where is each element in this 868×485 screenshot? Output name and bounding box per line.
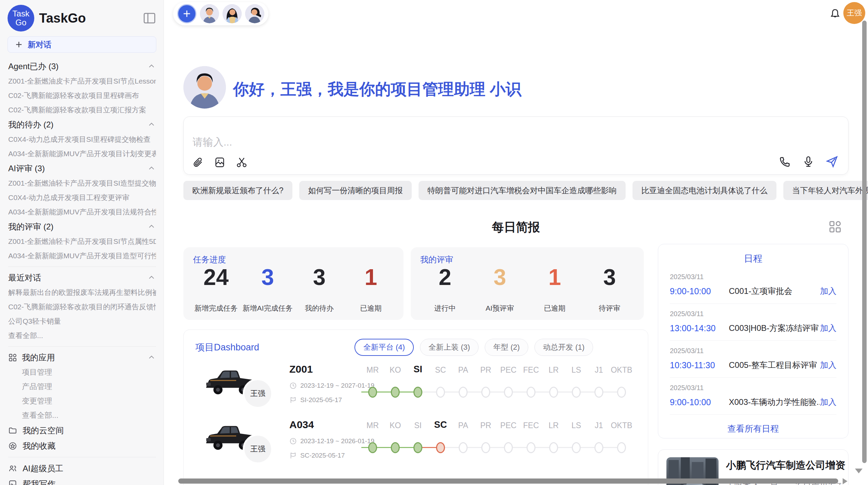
task-progress-card-title: 任务进度: [193, 254, 226, 265]
chat-input-card[interactable]: 请输入...: [183, 116, 848, 175]
dashboard-tab-2[interactable]: 全新上装 (3): [420, 339, 479, 356]
milestone-dot: [617, 442, 626, 453]
task-progress-card: 任务进度 24新增完成任务3新增AI完成任务3我的待办1已逾期: [183, 247, 403, 320]
sidebar-section-2-label: AI评审 (3): [8, 163, 147, 174]
chevron-up-icon[interactable]: [147, 222, 156, 231]
phone-icon[interactable]: [779, 156, 791, 168]
agent-avatar-2[interactable]: [222, 4, 242, 23]
event-name: C005-整车工程目标评审: [729, 360, 820, 371]
scissors-icon[interactable]: [236, 157, 248, 168]
send-icon[interactable]: [825, 155, 839, 168]
scroll-down-arrow[interactable]: [855, 469, 863, 473]
stat-新增AI完成任务: 3新增AI完成任务: [242, 265, 294, 314]
app-logo-line2: Go: [15, 18, 26, 27]
new-chat-button[interactable]: 新对话: [8, 36, 156, 53]
sidebar-task-item[interactable]: C0X4-动力总成开发项目工程变更评审: [8, 190, 156, 205]
sidebar-item-ai-staff[interactable]: AI超级员工: [8, 461, 156, 476]
notifications-bell-icon[interactable]: [829, 8, 841, 20]
greeting-text: 你好，王强，我是你的项目管理助理 小识: [233, 79, 521, 100]
sidebar-item-help-write[interactable]: 帮我写作: [8, 476, 156, 485]
recent-chat-item[interactable]: 解释最新出台的欧盟报废车法规再生塑料比例被调至15%...: [8, 285, 156, 300]
app-menu-item[interactable]: 查看全部...: [8, 408, 156, 423]
sidebar-section-0: Agent已办 (3): [8, 59, 156, 74]
recent-chat-item[interactable]: 公司Q3轻卡销量: [8, 314, 156, 328]
sidebar-task-item[interactable]: A034-全新新能源MUV产品开发项目计划变更表编写: [8, 147, 156, 161]
suggestion-chip-3[interactable]: 特朗普可能对进口汽车增税会对中国车企造成哪些影响: [419, 181, 626, 200]
sidebar-item-cloud-space[interactable]: 我的云空间: [8, 423, 156, 438]
stat-value: 3: [313, 265, 326, 289]
milestone-LS: LS: [565, 363, 588, 404]
event-join-link[interactable]: 加入: [820, 360, 836, 371]
dashboard-tab-1[interactable]: 全新平台 (4): [354, 339, 414, 356]
milestone-label: PA: [452, 421, 474, 430]
user-avatar[interactable]: 王强: [843, 2, 865, 24]
my-review-card: 我的评审 2进行中3AI预评审1已逾期3待评审: [411, 247, 644, 320]
vertical-scrollbar[interactable]: [862, 21, 867, 463]
stat-已逾期: 1已逾期: [345, 265, 397, 314]
milestone-label: MR: [361, 421, 384, 430]
app-menu-item[interactable]: 产品管理: [8, 380, 156, 394]
milestone-dot: [481, 442, 490, 453]
dashboard-tab-3[interactable]: 年型 (2): [485, 339, 528, 356]
event-date: 2025/03/11: [670, 273, 836, 281]
sidebar-section-my-apps: 我的应用: [8, 350, 156, 365]
suggestion-chip-1[interactable]: 欧洲新规最近颁布了什么?: [183, 181, 292, 200]
project-flag-milestone: SI-2025-05-17: [289, 396, 342, 404]
milestone-PR: PR: [474, 418, 497, 459]
agent-avatar-3[interactable]: [245, 4, 264, 23]
dashboard-tab-4[interactable]: 动总开发 (1): [534, 339, 593, 356]
dashboard-header: 项目Dashboard 全新平台 (4)全新上装 (3)年型 (2)动总开发 (…: [184, 330, 648, 359]
sidebar-task-item[interactable]: C02-飞腾新能源轻客改款项目立项汇报方案: [8, 103, 156, 117]
sidebar-task-item[interactable]: Z001-全新燃油皮卡产品开发项目SI节点Lesson Learn报告: [8, 74, 156, 88]
sidebar-section-1-label: 我的待办 (2): [8, 119, 147, 130]
milestone-label: OKTB: [610, 421, 633, 430]
chevron-up-icon[interactable]: [147, 273, 156, 282]
chevron-up-icon[interactable]: [147, 164, 156, 173]
milestone-LR: LR: [542, 363, 565, 404]
chevron-up-icon[interactable]: [147, 120, 156, 129]
milestone-dot: [504, 387, 513, 398]
sidebar-task-item[interactable]: C0X4-动力总成开发项目SI里程碑提交物检查: [8, 132, 156, 147]
event-join-link[interactable]: 加入: [820, 286, 836, 297]
event-join-link[interactable]: 加入: [820, 323, 836, 334]
chevron-up-icon[interactable]: [147, 62, 156, 71]
add-agent-button[interactable]: [177, 4, 196, 23]
sidebar-task-item[interactable]: Z001-全新燃油轻卡产品开发项目SI造型提交物评审: [8, 176, 156, 190]
attachment-icon[interactable]: [192, 157, 204, 168]
app-menu-item[interactable]: 变更管理: [8, 394, 156, 408]
horizontal-scrollbar[interactable]: [178, 478, 838, 484]
project-row-A034: 王强A0342023-12-19 ~ 2026-01-19SC-2025-05-…: [184, 415, 648, 470]
task-progress-stats: 24新增完成任务3新增AI完成任务3我的待办1已逾期: [190, 265, 397, 314]
stat-label: AI预评审: [486, 303, 514, 314]
briefing-layout-icon[interactable]: [828, 220, 842, 234]
sidebar-task-item[interactable]: C02-飞腾新能源轻客改款项目里程碑画布: [8, 88, 156, 103]
recent-chat-item[interactable]: C02-飞腾新能源轻客改款项目的闭环通告反馈情况: [8, 300, 156, 314]
stat-value: 3: [494, 265, 506, 289]
app-menu-item[interactable]: 项目管理: [8, 365, 156, 380]
suggestion-chip-4[interactable]: 比亚迪全固态电池计划具体说了什么: [632, 181, 776, 200]
milestone-OKTB: OKTB: [610, 363, 633, 404]
folder-icon: [8, 426, 17, 435]
milestone-dot: [617, 387, 626, 398]
sidebar-item-favorites[interactable]: 我的收藏: [8, 438, 156, 453]
chevron-up-icon[interactable]: [147, 353, 156, 362]
suggestion-chip-5[interactable]: 当下年轻人对汽车外观有怎样的喜好趋势: [783, 181, 868, 200]
my-apps-label: 我的应用: [22, 352, 147, 363]
scroll-right-arrow[interactable]: [843, 478, 847, 484]
agent-avatar-1[interactable]: [200, 4, 219, 23]
sidebar-task-item[interactable]: A034-全新新能源MUV产品开发项目法规符合性评审: [8, 205, 156, 219]
recent-chat-item[interactable]: 查看全部...: [8, 328, 156, 343]
sidebar-task-item[interactable]: Z001-全新燃油轻卡产品开发项目SI节点属性5D文件评审: [8, 234, 156, 249]
sidebar-row-label: 我的云空间: [23, 425, 64, 436]
event-join-link[interactable]: 加入: [820, 397, 836, 408]
view-all-schedule-link[interactable]: 查看所有日程: [670, 423, 836, 434]
input-toolbar-left: [192, 157, 248, 168]
image-icon[interactable]: [214, 157, 226, 168]
sidebar-collapse-icon[interactable]: [143, 12, 156, 24]
stat-label: 新增完成任务: [194, 303, 238, 314]
milestone-PR: PR: [474, 363, 497, 404]
milestone-SC: SC: [429, 363, 452, 404]
sidebar-task-item[interactable]: A034-全新新能源MUV产品开发项目造型可行性评审: [8, 249, 156, 263]
suggestion-chip-2[interactable]: 如何写一份清晰的项目周报: [299, 181, 412, 200]
mic-icon[interactable]: [802, 156, 815, 168]
